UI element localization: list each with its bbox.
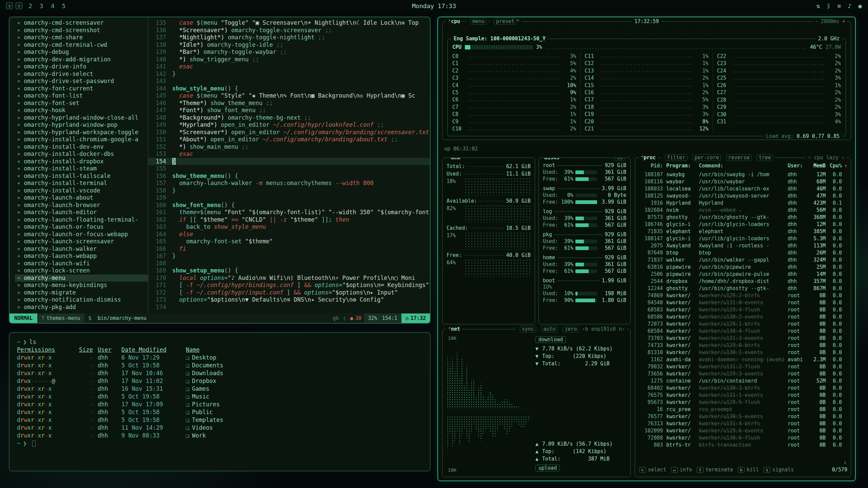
file-item[interactable]: ∗omarchy-launch-about xyxy=(15,194,148,202)
file-item[interactable]: ∗omarchy-hyprland-window-close-all xyxy=(15,114,148,122)
footer-action-kill[interactable]: kkill xyxy=(738,467,759,473)
file-item[interactable]: ∗omarchy-launch-browser xyxy=(15,202,148,209)
process-row[interactable]: 108125swayosd-/usr/lib/swayosd-serverdhh… xyxy=(639,192,847,199)
net-controls[interactable]: sync auto zero ‹b enp191s0 n› xyxy=(516,326,627,332)
directory-name[interactable]: ❏Pictures xyxy=(181,401,220,408)
diagnostics-count[interactable]: ● 30 xyxy=(347,315,364,321)
file-item[interactable]: ∗omarchy-install-dropbox xyxy=(15,158,148,165)
bluetooth-icon[interactable]: ᛒ xyxy=(827,2,831,9)
process-row[interactable]: 76575kworker/kworker/u131:1-eventsroot0B… xyxy=(639,391,847,399)
file-item[interactable]: ∗omarchy-launch-floating-terminal- xyxy=(15,216,148,224)
file-item[interactable]: ∗omarchy-launch-screensaver xyxy=(15,238,148,245)
file-item[interactable]: ∗omarchy-font-current xyxy=(15,85,148,93)
footer-action-terminate[interactable]: tterminate xyxy=(697,467,733,473)
terminal-window[interactable]: ~❯lsPermissionsSizeUserDate ModifiedName… xyxy=(9,332,431,471)
file-item[interactable]: ∗omarchy-drive-set-password xyxy=(15,78,148,85)
scroll-up-icon[interactable]: ↑ xyxy=(844,163,847,169)
active-workspace-windows[interactable]: ❯❯ xyxy=(6,2,22,9)
process-row[interactable]: 72073kworker/kworker/u129:1-btrfsroot0B0… xyxy=(639,320,847,327)
wifi-icon[interactable]: ≋ xyxy=(837,2,841,9)
footer-action-select[interactable]: ↳select xyxy=(639,467,666,473)
directory-name[interactable]: ❏Templates xyxy=(181,416,223,424)
code-buffer[interactable]: 135 case $(menu "Toggle" "▣ Screensaver\… xyxy=(148,17,430,313)
process-row[interactable]: 73703kworker/kworker/u131:3-eventsroot0B… xyxy=(639,334,847,342)
process-row[interactable]: 68402kworker/kworker/u130:3-btrfsroot0B0… xyxy=(639,384,847,391)
workspace-2[interactable]: 2 xyxy=(28,2,33,9)
app-window-icon[interactable]: ❯ xyxy=(6,2,13,9)
process-row[interactable]: 1916HyprlandHyprlanddhh423M0.1 xyxy=(639,199,847,206)
update-interval[interactable]: - 2000ms + xyxy=(813,18,847,24)
volume-icon[interactable]: ♪ xyxy=(848,2,851,9)
file-item[interactable]: ∗omarchy-font-set xyxy=(15,100,148,107)
process-row[interactable]: 68583kworker/kworker/u129:4-flushroot0B0… xyxy=(639,306,847,313)
preset-button[interactable]: preset* xyxy=(490,18,521,24)
directory-name[interactable]: ❏Videos xyxy=(181,424,213,432)
file-item[interactable]: ∗omarchy-install-chromium-google-a xyxy=(15,136,148,143)
process-row[interactable]: 81310kworker/kworker/u130:1-eventsroot0B… xyxy=(639,349,847,356)
proc-options[interactable]: filter per-core reverse tree xyxy=(661,155,775,161)
file-item[interactable]: ∗omarchy-install-docker-dbs xyxy=(15,150,148,158)
file-item[interactable]: ∗omarchy-drive-info xyxy=(15,63,148,70)
process-row[interactable]: 102684nvimnvim --embed .dhh56M0.0 xyxy=(639,206,847,214)
directory-name[interactable]: ❏Downloads xyxy=(181,369,223,377)
file-item[interactable]: ∗omarchy-launch-editor xyxy=(15,209,148,216)
file-item[interactable]: ∗omarchy-install-dev-env xyxy=(15,143,148,151)
process-row[interactable]: 87573ghostty/usr/bin/ghostty --gtk-dhh36… xyxy=(639,214,847,221)
directory-name[interactable]: ❏Games xyxy=(181,385,209,393)
git-branch[interactable]: ᛘ themes-menu xyxy=(37,313,84,323)
process-row[interactable]: 74733kworker/kworker/u129:0-btrfsroot0B0… xyxy=(639,342,847,349)
process-row[interactable]: 16rcu_preercu_preemptroot0B0.0 xyxy=(639,406,847,413)
app-window-icon[interactable]: ❯ xyxy=(16,2,22,9)
file-item[interactable]: ∗omarchy-cmd-share xyxy=(15,34,148,41)
process-row[interactable]: 2506pipewire/usr/bin/pipewire-pulsedhh14… xyxy=(639,270,847,278)
process-row[interactable]: 1275containe/usr/bin/containerdroot52M0.… xyxy=(639,377,847,384)
process-row[interactable]: 106746glycin-i/usr/lib/glycin-loadersdhh… xyxy=(639,221,847,228)
directory-name[interactable]: ❏Public xyxy=(181,408,213,416)
process-row[interactable]: 2075XwaylandXwayland :1 -rootless -dhh11… xyxy=(639,242,847,249)
file-item[interactable]: ∗omarchy-drive-select xyxy=(15,70,148,78)
process-row[interactable]: 76313kworker/kworker/u131:4-btrfsroot0B0… xyxy=(639,420,847,427)
file-item[interactable]: ∗omarchy-cmd-terminal-cwd xyxy=(15,41,148,49)
editor-window[interactable]: ∗omarchy-cmd-screensaver∗omarchy-cmd-scr… xyxy=(9,17,431,324)
directory-name[interactable]: ❏Music xyxy=(181,393,209,401)
file-item[interactable]: ∗omarchy-launch-or-focus xyxy=(15,223,148,231)
process-row[interactable]: 95673kworker/kworker/u129:5-flushroot0B0… xyxy=(639,399,847,406)
file-item[interactable]: ∗omarchy-dev-add-migration xyxy=(15,56,148,63)
process-row[interactable]: 79032kworker/kworker/u131:2-flushroot0B0… xyxy=(639,363,847,370)
footer-action-info[interactable]: ↵info xyxy=(671,467,692,473)
network-traffic-icon[interactable]: ⇅ xyxy=(816,2,820,9)
process-row[interactable]: 68584kworker/kworker/u130:4-flushroot0B0… xyxy=(639,327,847,334)
directory-name[interactable]: ❏Desktop xyxy=(181,354,216,362)
file-item[interactable]: ∗omarchy-debug xyxy=(15,48,148,56)
file-item[interactable]: ∗omarchy-font-list xyxy=(15,92,148,100)
process-row[interactable]: 94540kworker/kworker/u131:0-eventsroot0B… xyxy=(639,299,847,306)
process-column-headers[interactable]: Pid: Program: Command: User: MemB Cpu% ↑ xyxy=(639,163,847,171)
process-row[interactable]: 108107swaybg/usr/bin/swaybg -i /homdhh12… xyxy=(639,171,847,178)
process-row[interactable]: 76577kworker/kworker/u130:5-eventsroot0B… xyxy=(639,413,847,420)
process-row[interactable]: 12244ghostty/usr/bin/ghostty --gtk-dhh86… xyxy=(639,285,847,292)
file-item[interactable]: ∗omarchy-menu-keybindings xyxy=(15,282,148,289)
workspace-5[interactable]: 5 xyxy=(61,2,66,9)
file-item[interactable]: ∗omarchy-lock-screen xyxy=(15,267,148,274)
workspace-4[interactable]: 4 xyxy=(50,2,55,9)
process-row[interactable]: 108147glycin-i/usr/lib/glycin-loadersdhh… xyxy=(639,235,847,242)
file-item[interactable]: ∗omarchy-hook xyxy=(15,107,148,114)
process-row[interactable]: 71837walker/usr/bin/walker --gappldhh324… xyxy=(639,256,847,263)
directory-name[interactable]: ❏Documents xyxy=(181,362,223,369)
process-row[interactable]: 1162avahi-daavahi-daemon: running [avahi… xyxy=(639,356,847,363)
process-row[interactable]: 68586kworker/kworker/u130:2-eventsroot0B… xyxy=(639,313,847,320)
footer-action-signals[interactable]: ssignals xyxy=(764,467,794,473)
file-item[interactable]: ∗omarchy-hyprland-window-pop xyxy=(15,121,148,129)
process-row[interactable]: 63816pipewire/usr/bin/pipewiredhh25M0.0 xyxy=(639,263,847,270)
btop-window[interactable]: ¹cpu menu preset* 17:32:59 - 2000ms + En… xyxy=(437,17,856,481)
file-item[interactable]: ∗omarchy-install-terminal xyxy=(15,180,148,187)
file-item[interactable]: ∗omarchy-launch-wifi xyxy=(15,260,148,267)
file-item[interactable]: ∗omarchy-launch-walker xyxy=(15,245,148,253)
power-icon[interactable]: ◉ xyxy=(858,2,862,9)
proc-sort-mode[interactable]: ‹ cpu lazy › xyxy=(806,155,847,161)
file-explorer[interactable]: ∗omarchy-cmd-screensaver∗omarchy-cmd-scr… xyxy=(9,17,148,313)
process-row[interactable]: 102099kworker/kworker/u129:6-eventsroot0… xyxy=(639,427,847,434)
file-item[interactable]: ∗omarchy-install-steam xyxy=(15,165,148,172)
file-item[interactable]: ∗omarchy-install-vscode xyxy=(15,187,148,195)
file-item[interactable]: ∗omarchy-launch-webapp xyxy=(15,252,148,260)
